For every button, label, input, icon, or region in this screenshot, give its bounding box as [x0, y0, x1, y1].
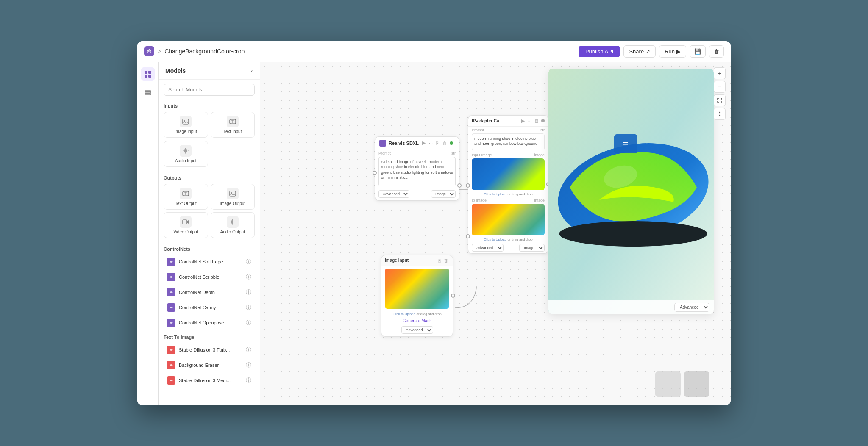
models-search-input[interactable] — [164, 84, 255, 96]
realvis-node: Realvis SDXL ▶ ··· ⎘ 🗑 Prompt str A deta… — [375, 136, 459, 201]
canvas-area[interactable]: Realvis SDXL ▶ ··· ⎘ 🗑 Prompt str A deta… — [260, 62, 731, 405]
ip-ip-upload-label: Click to Upload or drag and drop — [468, 237, 548, 242]
realvis-advanced-dropdown[interactable]: Advanced — [378, 190, 409, 198]
svg-rect-8 — [183, 119, 189, 124]
controlnet-scribble-info[interactable]: ⓘ — [246, 273, 251, 281]
sd3-turbo-icon — [167, 346, 175, 354]
controlnet-scribble-label: ControlNet Scribble — [179, 274, 219, 280]
controlnet-depth-info[interactable]: ⓘ — [246, 288, 251, 296]
sd3-turbo-info[interactable]: ⓘ — [246, 346, 251, 354]
svg-rect-5 — [145, 91, 151, 92]
text-input-item[interactable]: Text Input — [211, 112, 255, 138]
text-output-item[interactable]: Text Output — [164, 184, 208, 210]
publish-button[interactable]: Publish API — [579, 46, 620, 57]
controlnet-depth-item[interactable]: ControlNet Depth ⓘ — [164, 285, 255, 299]
controlnet-canny-label: ControlNet Canny — [179, 305, 216, 310]
image-input-item[interactable]: Image Input — [164, 112, 208, 138]
controlnet-openpose-item[interactable]: ControlNet Openpose ⓘ — [164, 316, 255, 330]
background-eraser-icon — [167, 361, 175, 369]
share-icon: ↗ — [645, 48, 650, 55]
image-input-port-right — [451, 294, 455, 298]
controlnet-canny-info[interactable]: ⓘ — [246, 304, 251, 311]
share-label: Share — [629, 48, 644, 55]
sidebar-icons — [137, 62, 159, 405]
sd3-medi-info[interactable]: ⓘ — [246, 377, 251, 384]
outputs-section-title: Outputs — [164, 175, 255, 180]
svg-point-23 — [719, 115, 720, 116]
ip-image-str: image — [534, 198, 545, 202]
sd3-medi-icon — [167, 376, 175, 385]
share-button[interactable]: Share ↗ — [623, 45, 656, 58]
sd3-turbo-label: Stable Diffusion 3 Turb... — [179, 347, 230, 352]
image-input-copy-btn[interactable]: ⎘ — [437, 258, 442, 263]
image-input-delete-btn[interactable]: 🗑 — [443, 258, 449, 263]
ip-advanced-dropdown[interactable]: Advanced — [472, 244, 504, 252]
sidebar-layers-btn[interactable] — [141, 86, 155, 100]
title-bar: > ChangeBackgroundColor-crop Publish API… — [137, 41, 731, 62]
ip-adapter-footer: Advanced Image — [468, 242, 548, 253]
realvis-image-dropdown[interactable]: Image — [431, 190, 456, 198]
realvis-icon — [379, 140, 386, 147]
collapse-panel-button[interactable]: ‹ — [251, 67, 253, 74]
ip-adapter-title: IP-adapter Ca... — [472, 119, 503, 123]
realvis-prompt-textarea[interactable]: A detailed image of a sleek, modern runn… — [378, 157, 456, 186]
save-button[interactable]: 💾 — [690, 45, 706, 58]
background-eraser-info[interactable]: ⓘ — [246, 361, 251, 369]
realvis-port-right — [457, 183, 462, 188]
canvas-fullscreen-button[interactable] — [714, 94, 726, 106]
canvas-more-button[interactable] — [714, 108, 726, 120]
ip-adapter-node: IP-adapter Ca... ▶ ··· 🗑 Prompt str mode… — [468, 115, 548, 254]
ip-delete-btn[interactable]: 🗑 — [534, 118, 540, 124]
realvis-play-btn[interactable]: ▶ — [421, 140, 426, 146]
models-scroll-area[interactable]: Inputs Image Input — [159, 100, 260, 405]
image-input-upload-area: Click to Upload or drag and drop — [381, 311, 453, 317]
ip-dots-btn[interactable]: ··· — [527, 118, 532, 124]
image-output-label: Image Output — [220, 201, 245, 206]
run-button[interactable]: Run ▶ — [659, 45, 686, 58]
app-window: > ChangeBackgroundColor-crop Publish API… — [137, 41, 731, 405]
controlnet-canny-item[interactable]: ControlNet Canny ⓘ — [164, 301, 255, 314]
audio-input-label: Audio Input — [175, 158, 197, 163]
controlnet-scribble-icon — [167, 273, 175, 281]
ip-ip-click-upload[interactable]: Click to Upload — [484, 238, 506, 241]
ip-prompt-text: modern running shoe in electric blue and… — [472, 133, 545, 150]
video-output-item[interactable]: Video Output — [164, 212, 208, 238]
audio-input-item[interactable]: Audio Input — [164, 141, 208, 167]
realvis-copy-btn[interactable]: ⎘ — [435, 140, 440, 146]
image-input-advanced-dropdown[interactable]: Advanced — [401, 326, 433, 334]
sd3-turbo-item[interactable]: Stable Diffusion 3 Turb... ⓘ — [164, 343, 255, 357]
breadcrumb-separator: > — [158, 48, 161, 55]
delete-button[interactable]: 🗑 — [709, 45, 724, 58]
ip-click-upload[interactable]: Click to Upload — [484, 192, 506, 196]
image-input-title: Image Input — [385, 258, 409, 263]
svg-rect-2 — [148, 71, 151, 74]
title-bar-right: Publish API Share ↗ Run ▶ 💾 🗑 — [579, 45, 724, 58]
canvas-add-button[interactable]: + — [714, 67, 726, 79]
image-input-preview — [385, 269, 449, 309]
inputs-grid: Image Input Text Input — [164, 112, 255, 138]
image-output-item[interactable]: Image Output — [211, 184, 255, 210]
main-content: Models ‹ Inputs — [137, 62, 731, 405]
controlnet-soft-edge-info[interactable]: ⓘ — [246, 258, 251, 266]
controlnet-soft-edge-item[interactable]: ControlNet Soft Edge ⓘ — [164, 255, 255, 269]
thumb-1 — [655, 371, 681, 397]
image-output-icon — [227, 188, 239, 199]
sd3-medi-item[interactable]: Stable Diffusion 3 Medi... ⓘ — [164, 374, 255, 387]
controlnet-scribble-item[interactable]: ControlNet Scribble ⓘ — [164, 270, 255, 284]
controlnet-openpose-info[interactable]: ⓘ — [246, 319, 251, 327]
realvis-delete-btn[interactable]: 🗑 — [442, 140, 448, 146]
output-panel-footer: Advanced — [548, 300, 714, 314]
audio-output-item[interactable]: Audio Output — [211, 212, 255, 238]
generate-mask-button[interactable]: Generate Mask — [403, 319, 431, 323]
ip-play-btn[interactable]: ▶ — [520, 118, 526, 124]
ip-image-dropdown[interactable]: Image — [519, 244, 545, 252]
sidebar-models-btn[interactable] — [141, 67, 155, 81]
background-eraser-item[interactable]: Background Eraser ⓘ — [164, 358, 255, 372]
svg-rect-1 — [145, 71, 147, 74]
canvas-minus-button[interactable]: − — [714, 81, 726, 93]
realvis-node-footer: Advanced Image — [375, 188, 459, 200]
output-advanced-dropdown[interactable]: Advanced — [674, 303, 709, 312]
run-label: Run — [665, 48, 675, 55]
image-input-click-upload[interactable]: Click to Upload — [392, 312, 415, 316]
realvis-dots-btn[interactable]: ··· — [428, 140, 434, 146]
